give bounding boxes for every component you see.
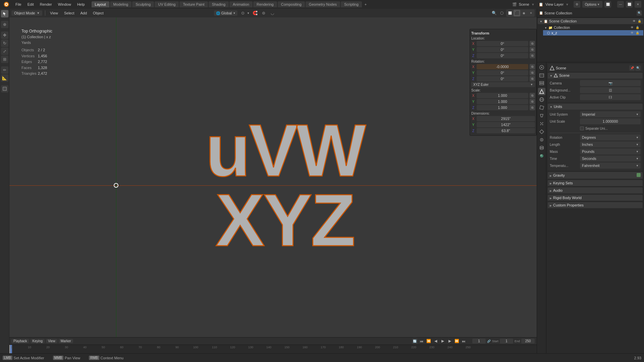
scene-collection-item[interactable]: 📋 Scene Collection 👁 🔒 [538, 18, 643, 24]
workspace-layout[interactable]: Layout [92, 1, 109, 7]
material-props-icon[interactable] [538, 152, 545, 160]
annotate-tool[interactable]: ✏ [1, 66, 8, 74]
unit-system-dropdown[interactable]: Imperial ▼ [580, 111, 641, 117]
window-menu[interactable]: Window [55, 2, 74, 7]
rotation-z-field[interactable]: 0° [477, 76, 528, 81]
material-preview-btn[interactable]: ◉ [521, 10, 527, 16]
unit-scale-field[interactable]: 1.000000 [580, 118, 641, 124]
scale-y-copy[interactable]: ⧉ [530, 99, 535, 104]
rotation-y-field[interactable]: 0° [477, 70, 528, 75]
next-keyframe-btn[interactable]: ⏩ [454, 338, 460, 344]
view-menu[interactable]: View [46, 339, 57, 343]
jump-start-btn[interactable]: ⏮ [419, 338, 425, 344]
view-layer-props-icon[interactable] [538, 80, 545, 87]
workspace-scripting[interactable]: Scripting [341, 1, 362, 7]
maximize-button[interactable]: ⬜ [604, 1, 611, 8]
scale-x-copy[interactable]: ⧉ [530, 93, 535, 98]
object-props-icon[interactable] [538, 104, 545, 111]
current-frame-field[interactable]: 1 [472, 339, 486, 344]
dim-z-field[interactable]: 63.8" [477, 128, 535, 133]
rotation-x-field[interactable]: -0.0000 [477, 64, 528, 69]
audio-section-header[interactable]: Audio [548, 187, 643, 193]
options-button[interactable]: Options ▼ [582, 1, 602, 8]
dim-y-field[interactable]: 1422" [477, 122, 535, 127]
scale-x-field[interactable]: 1.000 [477, 93, 528, 98]
sync-toggle[interactable]: 🔄 [412, 339, 418, 344]
collection-node[interactable]: 📁 Collection 👁 🔒 [540, 25, 643, 30]
object-x-z[interactable]: ⬡ x_z 👁 🔒 [543, 30, 643, 36]
viewport-3d-content[interactable]: X Y Z Top Orthographic (1) Collection | … [9, 17, 537, 353]
viewport-3d[interactable]: Object Mode ▼ View Select Add Object 🌐 G… [9, 9, 537, 353]
timeline-frame-bar[interactable]: 1 10 20 30 40 50 60 70 80 90 100 110 120… [9, 345, 537, 354]
viewport-display-btn[interactable]: 🔍 [491, 10, 497, 16]
marker-menu[interactable]: Marker [59, 339, 73, 343]
add-cube-tool[interactable] [1, 85, 8, 93]
frame-end-field[interactable]: 250 [521, 339, 535, 344]
scale-z-copy[interactable]: ⧉ [530, 105, 535, 110]
rotation-z-copy[interactable]: ⧉ [530, 76, 535, 81]
workspace-rendering[interactable]: Rendering [253, 1, 277, 7]
viewport-overlay-btn[interactable]: ⬡ [498, 10, 505, 16]
frame-start-field[interactable]: 1 [500, 339, 513, 344]
workspace-geometry-nodes[interactable]: Geometry Nodes [306, 1, 340, 7]
keying-sets-header[interactable]: Keying Sets [548, 180, 643, 186]
transform-pivot-btn[interactable]: ⊙ [239, 10, 246, 16]
mass-dropdown[interactable]: Pounds ▼ [580, 148, 641, 155]
output-props-icon[interactable] [538, 72, 545, 79]
workspace-shading[interactable]: Shading [209, 1, 229, 7]
add-workspace-button[interactable]: + [363, 2, 369, 7]
scale-y-field[interactable]: 1.000 [477, 99, 528, 104]
custom-properties-header[interactable]: Custom Properties [548, 202, 643, 208]
proportional-edit-btn[interactable]: ⊜ [260, 10, 267, 16]
scene-selector[interactable]: Scene [519, 2, 529, 6]
dim-x-field[interactable]: 2915" [477, 116, 535, 121]
rotate-tool[interactable]: ↻ [1, 40, 8, 47]
location-y-copy[interactable]: ⧉ [530, 47, 535, 52]
time-dropdown[interactable]: Seconds ▼ [580, 156, 641, 162]
transform-space-selector[interactable]: 🌐 Global ▼ [214, 10, 237, 16]
workspace-sculpting[interactable]: Sculpting [132, 1, 154, 7]
play-btn[interactable]: ▶ [440, 338, 446, 344]
gravity-toggle[interactable] [637, 173, 641, 178]
move-tool[interactable]: ✥ [1, 32, 8, 39]
cursor-tool[interactable]: ⊕ [1, 21, 8, 28]
select-menu-btn[interactable]: Select [62, 10, 76, 16]
file-menu[interactable]: File [13, 2, 24, 7]
jump-end-btn[interactable]: ⏭ [461, 338, 467, 344]
temperature-dropdown[interactable]: Fahrenheit ▼ [580, 163, 641, 169]
active-clip-field[interactable]: 🎞 [580, 94, 641, 100]
rendered-btn[interactable]: ☀ [528, 10, 534, 16]
length-dropdown[interactable]: Inches ▼ [580, 141, 641, 147]
next-frame-btn[interactable]: ▶ [447, 338, 453, 344]
physics-props-icon[interactable] [538, 128, 545, 135]
scale-z-field[interactable]: 1.000 [477, 105, 528, 110]
rotation-y-copy[interactable]: ⧉ [530, 70, 535, 75]
object-menu-btn[interactable]: Object [91, 10, 106, 16]
wireframe-btn[interactable]: ⬜ [506, 10, 513, 16]
window-maximize[interactable]: ⬜ [626, 1, 633, 8]
scene-section-header[interactable]: Scene [548, 72, 643, 78]
workspace-texture-paint[interactable]: Texture Paint [179, 1, 208, 7]
workspace-modeling[interactable]: Modeling [110, 1, 132, 7]
units-section-header[interactable]: Units [548, 104, 643, 110]
measure-tool[interactable]: 📐 [1, 74, 8, 82]
location-y-field[interactable]: 0° [477, 47, 528, 52]
snap-toggle[interactable]: 🧲 [252, 10, 258, 16]
rotation-mode-dropdown[interactable]: XYZ Euler ▼ [471, 82, 535, 87]
location-x-copy[interactable]: ⧉ [530, 41, 535, 46]
engine-selector[interactable]: ⚙ [574, 1, 580, 8]
scene-props-icon[interactable] [538, 88, 545, 95]
gravity-section-header[interactable]: Gravity [548, 172, 643, 179]
modifier-props-icon[interactable] [538, 112, 545, 119]
playback-menu[interactable]: Playback [11, 339, 29, 343]
scene-pin-btn[interactable]: 📌 [629, 65, 635, 71]
world-props-icon[interactable] [538, 96, 545, 103]
proportional-falloff-btn[interactable]: ◡ [269, 10, 276, 16]
rigid-body-world-header[interactable]: Rigid Body World [548, 195, 643, 201]
window-close[interactable]: ✕ [635, 1, 641, 8]
camera-field[interactable]: 📷 [580, 80, 641, 86]
add-menu-btn[interactable]: Add [78, 10, 89, 16]
location-z-copy[interactable]: ⧉ [530, 53, 535, 58]
transform-tool[interactable]: ⊞ [1, 56, 8, 63]
background-field[interactable]: 🖼 [580, 87, 641, 93]
